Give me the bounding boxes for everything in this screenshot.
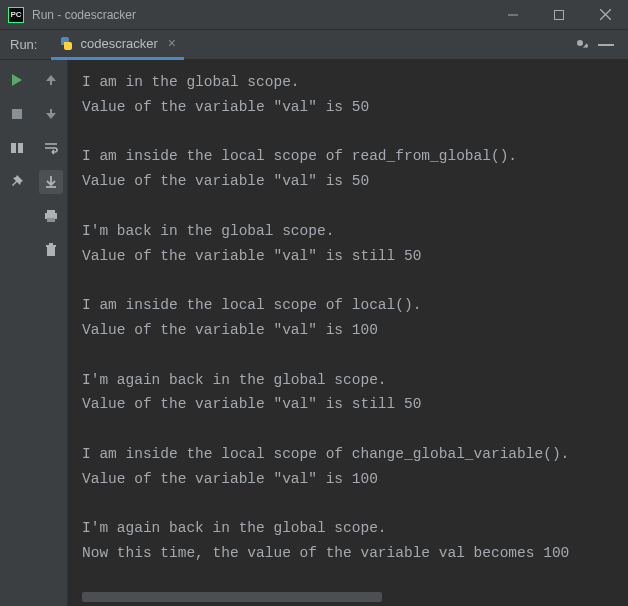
tab-close-icon[interactable]: × — [168, 35, 176, 51]
settings-button[interactable] — [572, 35, 588, 54]
svg-rect-1 — [555, 10, 564, 19]
clear-all-button[interactable] — [39, 238, 63, 262]
console-text: I am in the global scope. Value of the v… — [82, 74, 569, 561]
horizontal-scrollbar[interactable] — [82, 592, 382, 602]
svg-rect-11 — [47, 210, 55, 213]
window-minimize-button[interactable] — [490, 0, 536, 30]
svg-rect-5 — [12, 109, 22, 119]
scroll-to-end-button[interactable] — [39, 170, 63, 194]
pin-button[interactable] — [5, 170, 29, 194]
print-button[interactable] — [39, 204, 63, 228]
layout-button[interactable] — [5, 136, 29, 160]
svg-marker-4 — [12, 74, 22, 86]
svg-rect-7 — [18, 143, 23, 153]
app-icon: PC — [8, 7, 24, 23]
tab-label: codescracker — [80, 36, 157, 51]
svg-rect-9 — [50, 109, 52, 114]
run-label: Run: — [10, 37, 37, 52]
svg-rect-8 — [50, 80, 52, 85]
svg-rect-16 — [49, 243, 53, 245]
window-title: Run - codescracker — [32, 8, 490, 22]
up-stack-button[interactable] — [39, 68, 63, 92]
down-stack-button[interactable] — [39, 102, 63, 126]
stop-button[interactable] — [5, 102, 29, 126]
tab-codescracker[interactable]: codescracker × — [51, 30, 184, 60]
run-right-toolbar — [34, 60, 68, 606]
window-maximize-button[interactable] — [536, 0, 582, 30]
hide-panel-button[interactable] — [598, 44, 614, 46]
soft-wrap-button[interactable] — [39, 136, 63, 160]
svg-rect-15 — [46, 245, 56, 247]
window-titlebar: PC Run - codescracker — [0, 0, 628, 30]
svg-rect-13 — [47, 218, 55, 222]
run-header: Run: codescracker × — [0, 30, 628, 60]
run-left-toolbar — [0, 60, 34, 606]
svg-rect-6 — [11, 143, 16, 153]
window-close-button[interactable] — [582, 0, 628, 30]
console-output[interactable]: I am in the global scope. Value of the v… — [68, 60, 628, 606]
python-icon — [59, 36, 74, 51]
rerun-button[interactable] — [5, 68, 29, 92]
svg-rect-14 — [47, 247, 55, 256]
